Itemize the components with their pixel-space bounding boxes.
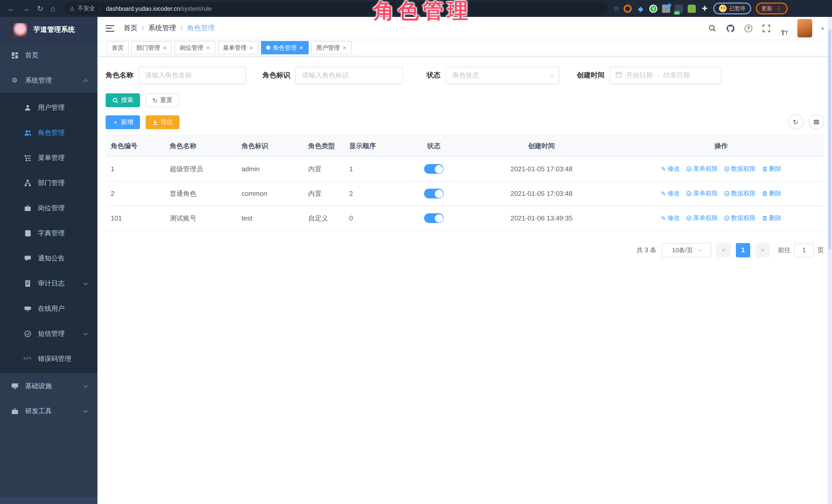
close-icon[interactable]: ✕ (206, 45, 210, 51)
tab-post[interactable]: 岗位管理✕ (175, 41, 215, 54)
menu-permission-link[interactable]: 菜单权限 (686, 165, 718, 173)
scrollbar-thumb[interactable] (828, 29, 831, 250)
peoples-icon (24, 129, 31, 136)
edit-link[interactable]: ✎修改 (661, 214, 680, 222)
role-key-input[interactable]: 请输入角色标识 (295, 67, 403, 84)
prev-page-button[interactable]: < (717, 243, 731, 257)
status-toggle-on[interactable] (424, 213, 444, 223)
role-table: 角色编号 角色名称 角色标识 角色类型 显示顺序 状态 创建时间 操作 1 (106, 135, 824, 231)
edit-link[interactable]: ✎修改 (661, 189, 680, 198)
logo-avatar (13, 23, 27, 37)
fullscreen-icon[interactable] (762, 24, 771, 33)
sidebar-item-system[interactable]: ⚙ 系统管理 (0, 68, 98, 93)
header-role-type: 角色类型 (303, 135, 344, 157)
menu-permission-link[interactable]: 菜单权限 (686, 214, 718, 222)
sidebar-item-menu[interactable]: 菜单管理 (0, 145, 98, 170)
role-name-input[interactable]: 请输入角色名称 (138, 67, 246, 84)
gear-icon: ⚙ (11, 76, 19, 84)
sidebar-item-notice[interactable]: 通知公告 (0, 246, 98, 271)
app-title: 芋道管理系统 (33, 25, 75, 34)
role-name-label: 角色名称 (106, 71, 133, 80)
data-permission-link[interactable]: 数据权限 (724, 165, 756, 173)
page-scrollbar[interactable] (827, 17, 832, 504)
breadcrumb-home[interactable]: 首页 (124, 24, 137, 33)
browser-reload-icon[interactable]: ↻ (37, 4, 43, 13)
search-button[interactable]: 搜索 (106, 93, 140, 107)
extension-icon-ghost[interactable] (688, 4, 696, 12)
extension-icon-switch[interactable]: on (675, 4, 683, 12)
sidebar-item-sms[interactable]: 短信管理 (0, 321, 98, 346)
add-button[interactable]: ＋ 新增 (106, 115, 140, 129)
extension-icon-green-v[interactable]: V (649, 4, 658, 12)
sidebar-item-home[interactable]: 首页 (0, 43, 98, 68)
sidebar-item-user[interactable]: 用户管理 (0, 95, 98, 120)
next-page-button[interactable]: > (755, 243, 770, 257)
tab-role[interactable]: 角色管理✕ (261, 41, 308, 54)
extension-icon-gem[interactable]: ◆ (636, 4, 645, 12)
profile-sync-paused[interactable]: 已暂停 (713, 3, 751, 15)
current-page[interactable]: 1 (736, 243, 750, 257)
bookmark-star-icon[interactable]: ☆ (613, 5, 619, 12)
header-order: 显示顺序 (344, 135, 403, 157)
tab-menu[interactable]: 菜单管理✕ (218, 41, 259, 54)
menu-permission-link[interactable]: 菜单权限 (686, 189, 718, 198)
status-toggle-on[interactable] (424, 189, 444, 198)
extensions-puzzle-icon[interactable]: ✚ (701, 4, 709, 12)
delete-link[interactable]: 删除 (762, 165, 781, 173)
export-button[interactable]: 导出 (146, 115, 180, 129)
extension-icon-grid[interactable] (662, 4, 671, 12)
sidebar-item-role[interactable]: 角色管理 (0, 120, 98, 145)
extension-icon-orange[interactable] (624, 4, 632, 12)
sidebar-item-errcode[interactable]: </> 错误码管理 (0, 346, 98, 371)
hamburger-icon[interactable] (106, 25, 114, 31)
page-size-select[interactable]: 10条/页 (661, 243, 711, 257)
tab-user[interactable]: 用户管理✕ (311, 41, 352, 54)
status-label: 状态 (427, 71, 441, 80)
breadcrumb-system[interactable]: 系统管理 (149, 24, 176, 33)
date-range-picker[interactable]: 开始日期 - 结束日期 (610, 67, 722, 84)
column-settings-button[interactable] (808, 114, 824, 130)
sidebar-item-post[interactable]: 岗位管理 (0, 195, 98, 220)
chrome-update-button[interactable]: 更新 ⋮ (756, 3, 788, 15)
github-icon[interactable] (726, 24, 735, 33)
status-select[interactable]: 角色状态 (446, 67, 560, 84)
goto-page-input[interactable]: 1 (794, 243, 814, 257)
status-toggle-on[interactable] (424, 164, 444, 174)
refresh-table-button[interactable]: ↻ (788, 114, 803, 130)
delete-link[interactable]: 删除 (762, 214, 781, 222)
caret-down-icon[interactable]: ▾ (821, 25, 824, 31)
edit-link[interactable]: ✎修改 (661, 165, 680, 173)
close-icon[interactable]: ✕ (342, 45, 347, 51)
sidebar-item-audit[interactable]: 审计日志 (0, 271, 98, 296)
security-warning[interactable]: ⚠ 不安全 (70, 5, 95, 12)
reset-button[interactable]: ↻ 重置 (146, 93, 179, 107)
data-permission-link[interactable]: 数据权限 (724, 214, 756, 222)
sidebar-item-devtool[interactable]: 研发工具 (0, 398, 98, 424)
browser-menu-icon[interactable]: ⋮ (776, 5, 782, 12)
data-permission-link[interactable]: 数据权限 (724, 189, 756, 198)
header-status: 状态 (403, 135, 465, 157)
sidebar-item-online[interactable]: 在线用户 (0, 296, 98, 321)
code-icon: </> (24, 356, 31, 361)
help-icon[interactable]: ? (744, 24, 753, 33)
browser-home-icon[interactable]: ⌂ (51, 4, 55, 13)
browser-back-icon[interactable]: ← (7, 4, 15, 13)
close-icon[interactable]: ✕ (162, 45, 167, 51)
browser-forward-icon[interactable]: → (22, 4, 30, 13)
close-icon[interactable]: ✕ (299, 45, 303, 51)
tab-home[interactable]: 首页 (107, 41, 129, 54)
pencil-icon: ✎ (661, 190, 666, 197)
address-bar[interactable]: ⚠ 不安全 | dashboard.yudao.iocoder.cn/syste… (63, 2, 608, 15)
user-avatar[interactable] (798, 19, 812, 37)
font-size-icon[interactable]: TT (780, 28, 789, 37)
sidebar-submenu-system: 用户管理 角色管理 菜单管理 (0, 93, 98, 373)
tab-dept[interactable]: 部门管理✕ (131, 41, 172, 54)
sidebar-item-dept[interactable]: 部门管理 (0, 170, 98, 195)
sidebar-item-dict[interactable]: 字典管理 (0, 220, 98, 246)
close-icon[interactable]: ✕ (249, 45, 254, 51)
app-logo[interactable]: 芋道管理系统 (0, 17, 98, 43)
trash-icon (762, 166, 768, 172)
sidebar-item-infra[interactable]: 基础设施 (0, 373, 98, 398)
search-icon[interactable] (708, 24, 717, 33)
delete-link[interactable]: 删除 (762, 189, 781, 198)
